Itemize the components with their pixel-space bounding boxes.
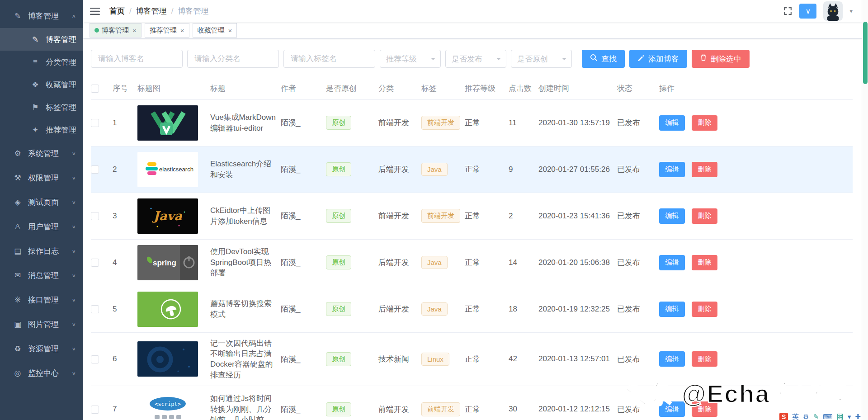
sidebar-item-label: 收藏管理 [46, 80, 79, 90]
settings-icon[interactable]: ⚙ [803, 413, 809, 420]
avatar[interactable] [823, 1, 843, 21]
sidebar-item-label: 用户管理 [28, 222, 71, 232]
edit-button[interactable]: 编辑 [659, 162, 685, 177]
add-blog-button[interactable]: 添加博客 [629, 50, 687, 68]
chevron-down-icon: ∨ [71, 199, 76, 204]
original-badge: 原创 [326, 116, 351, 130]
row-checkbox[interactable] [91, 165, 99, 174]
hamburger-icon[interactable] [90, 7, 100, 16]
edit-button[interactable]: 编辑 [659, 208, 685, 224]
column-header: 创建时间 [538, 78, 617, 99]
svg-text:spring: spring [153, 259, 176, 267]
svg-text:elasticsearch: elasticsearch [159, 166, 193, 173]
row-checkbox[interactable] [91, 119, 99, 127]
sidebar-item-test-page[interactable]: ◈ 测试页面 ∨ [0, 190, 83, 214]
tab-blog-management[interactable]: 博客管理 × [90, 23, 142, 38]
row-checkbox[interactable] [91, 212, 99, 220]
recommend-level: 正常 [465, 239, 509, 286]
sidebar-item-category-management[interactable]: ≡ 分类管理 [0, 51, 83, 73]
delete-button[interactable]: 删除 [692, 351, 717, 367]
sidebar-item-recommend-management[interactable]: ✦ 推荐管理 [0, 118, 83, 141]
column-header: 标签 [421, 78, 465, 99]
more-icon[interactable]: ✚ [855, 413, 861, 420]
sidebar-item-collection-management[interactable]: ❖ 收藏管理 [0, 73, 83, 96]
scrollbar-track[interactable] [862, 0, 868, 420]
tab-label: 收藏管理 [198, 26, 225, 35]
sidebar-item-label: 资源管理 [28, 344, 71, 354]
close-icon[interactable]: × [180, 27, 184, 34]
created-time: 2020-01-13 12:57:01 [538, 332, 617, 386]
sidebar-item-permission-management[interactable]: ⚒ 权限管理 ∨ [0, 165, 83, 190]
sidebar-item-resource-management[interactable]: ♻ 资源管理 ∨ [0, 336, 83, 361]
avatar-caret-icon[interactable]: ▾ [849, 8, 853, 14]
original-badge: 原创 [326, 209, 351, 223]
breadcrumb: 首页 / 博客管理 / 博客管理 [109, 6, 208, 16]
sidebar-item-message-management[interactable]: ✉ 消息管理 ∨ [0, 263, 83, 288]
search-button[interactable]: 查找 [582, 50, 625, 68]
delete-button[interactable]: 删除 [692, 208, 717, 224]
tag-name-input[interactable] [283, 50, 375, 68]
row-checkbox[interactable] [91, 305, 99, 313]
tag-icon: ⚑ [30, 103, 41, 112]
sidebar-item-user-management[interactable]: ♙ 用户管理 ∨ [0, 214, 83, 239]
delete-button[interactable]: 删除 [692, 115, 717, 131]
expand-icon[interactable]: ▾ [848, 413, 851, 420]
row-checkbox[interactable] [91, 355, 99, 363]
handwriting-icon[interactable]: ✎ [813, 413, 819, 420]
delete-button[interactable]: 删除 [692, 302, 717, 317]
close-icon[interactable]: × [132, 27, 137, 34]
web-icon[interactable]: 网 [837, 413, 844, 420]
tabs-bar: 博客管理 × 推荐管理 × 收藏管理 × [83, 22, 862, 39]
row-index: 6 [113, 332, 137, 386]
tag-badge: 前端开发 [421, 116, 460, 130]
column-header: 状态 [617, 78, 659, 99]
category: 后端开发 [378, 286, 421, 332]
sidebar-item-system-management[interactable]: ⚙ 系统管理 ∨ [0, 141, 83, 165]
publish-status-select[interactable]: 是否发布 [445, 50, 506, 68]
scrollbar-thumb[interactable] [863, 22, 868, 84]
edit-button[interactable]: 编辑 [659, 255, 685, 270]
filter-bar: 推荐等级 是否发布 是否原创 查找 添加博客 删除选中 [91, 50, 853, 68]
category-name-input[interactable] [187, 50, 279, 68]
original-badge: 原创 [326, 352, 351, 366]
tab-recommend-management[interactable]: 推荐管理 × [145, 23, 189, 38]
column-header: 标题图 [137, 78, 210, 99]
close-icon[interactable]: × [228, 27, 232, 34]
row-checkbox[interactable] [91, 259, 99, 267]
category: 技术新闻 [378, 332, 421, 386]
sidebar-item-operation-log[interactable]: ▤ 操作日志 ∨ [0, 239, 83, 263]
tag-badge: Java [421, 302, 448, 316]
breadcrumb-blog-management[interactable]: 博客管理 [136, 6, 167, 16]
theme-dropdown-button[interactable]: ∨ [799, 4, 816, 19]
delete-button[interactable]: 删除 [692, 255, 717, 270]
table-row: 3 Java CkEidtor中上传图片添加token信息 陌溪_ 原创 前端开… [91, 193, 853, 239]
delete-button[interactable]: 删除 [692, 162, 717, 177]
original-status-select[interactable]: 是否原创 [511, 50, 572, 68]
sidebar-item-api-management[interactable]: ※ 接口管理 ∨ [0, 288, 83, 312]
click-count: 11 [509, 99, 538, 146]
breadcrumb-home[interactable]: 首页 [109, 6, 125, 16]
sogou-icon[interactable]: S [779, 413, 788, 420]
thumbnail-script: <script> [137, 392, 198, 420]
delete-selected-button[interactable]: 删除选中 [692, 50, 750, 68]
tag-badge: Linux [421, 353, 449, 366]
fullscreen-icon[interactable] [783, 6, 793, 16]
row-checkbox[interactable] [91, 406, 99, 414]
edit-button[interactable]: 编辑 [659, 302, 685, 317]
tools-icon: ⚒ [12, 173, 23, 183]
keyboard-icon[interactable]: ⌨ [823, 413, 833, 420]
sidebar-item-label: 系统管理 [28, 148, 71, 159]
sidebar-item-blog-management-group[interactable]: ✎ 博客管理 ∧ [0, 4, 83, 28]
tab-collection-management[interactable]: 收藏管理 × [193, 23, 237, 38]
edit-button[interactable]: 编辑 [659, 115, 685, 131]
select-all-checkbox[interactable] [91, 85, 99, 93]
sidebar-item-blog-management[interactable]: ✎ 博客管理 [0, 28, 83, 51]
sidebar-item-image-management[interactable]: ▣ 图片管理 ∨ [0, 312, 83, 336]
author: 陌溪_ [281, 332, 326, 386]
sidebar-item-tag-management[interactable]: ⚑ 标签管理 [0, 96, 83, 118]
blog-name-input[interactable] [91, 50, 183, 68]
language-icon[interactable]: 英 [792, 413, 799, 420]
edit-button[interactable]: 编辑 [659, 351, 685, 367]
recommend-level-select[interactable]: 推荐等级 [380, 50, 441, 68]
sidebar-item-monitor-center[interactable]: ◎ 监控中心 ∨ [0, 361, 83, 385]
